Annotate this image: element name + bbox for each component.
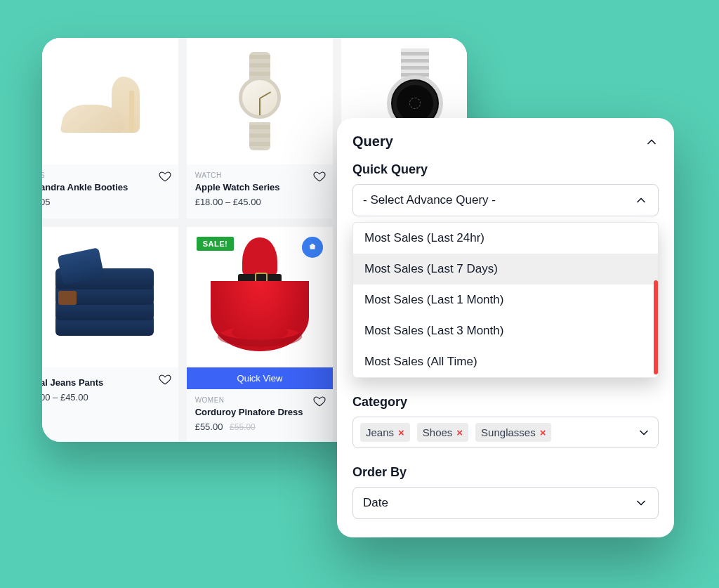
- chip-text: Jeans: [366, 426, 394, 438]
- jeans-illustration: [55, 251, 154, 343]
- category-chip[interactable]: Shoes ×: [417, 423, 468, 442]
- product-card[interactable]: al Jeans Pants 00 – £45.00: [42, 227, 178, 442]
- chevron-down-icon[interactable]: [637, 426, 651, 440]
- product-card[interactable]: SALE! Quick View WOMEN Corduroy Pinafore…: [187, 227, 334, 442]
- dropdown-option[interactable]: Most Sales (Last 24hr): [353, 223, 658, 254]
- product-title: Corduroy Pinafore Dress: [195, 407, 325, 417]
- chip-text: Shoes: [423, 426, 453, 438]
- product-price: 00 – £45.00: [42, 392, 170, 403]
- product-card[interactable]: S andra Ankle Booties 05: [42, 38, 178, 218]
- query-panel-header[interactable]: Query: [352, 133, 659, 150]
- heart-icon[interactable]: [159, 170, 171, 185]
- product-price: £55.00 £55.00: [195, 422, 325, 432]
- chevron-up-icon[interactable]: [645, 135, 659, 149]
- quick-query-dropdown: Most Sales (Last 24hr) Most Sales (Last …: [352, 222, 659, 378]
- heel-illustration: [62, 70, 147, 133]
- quick-query-select[interactable]: - Select Advance Query -: [352, 184, 659, 216]
- orderby-label: Order By: [352, 465, 659, 480]
- product-price: £18.00 – £45.00: [195, 197, 325, 207]
- product-category: S: [42, 171, 170, 179]
- query-panel: Query Quick Query - Select Advance Query…: [337, 118, 674, 537]
- dress-illustration: [214, 237, 305, 357]
- heart-icon[interactable]: [313, 395, 326, 410]
- category-label: Category: [352, 395, 659, 410]
- chevron-up-icon: [634, 193, 648, 207]
- quick-query-value: - Select Advance Query -: [363, 193, 496, 207]
- category-chip[interactable]: Jeans ×: [360, 423, 410, 442]
- query-panel-title: Query: [352, 133, 393, 150]
- remove-icon[interactable]: ×: [540, 426, 546, 438]
- quick-query-label: Quick Query: [352, 162, 659, 177]
- quick-view-button[interactable]: Quick View: [187, 367, 334, 389]
- product-category: WOMEN: [195, 396, 325, 404]
- product-title: andra Ankle Booties: [42, 182, 170, 192]
- dropdown-option[interactable]: Most Sales (Last 7 Days): [353, 254, 658, 285]
- orderby-value: Date: [363, 496, 388, 510]
- heart-icon[interactable]: [313, 170, 326, 185]
- price-value: £55.00: [195, 422, 223, 432]
- category-select[interactable]: Jeans × Shoes × Sunglasses ×: [352, 417, 659, 448]
- watch-illustration: [232, 52, 288, 150]
- dropdown-option[interactable]: Most Sales (Last 3 Month): [353, 315, 658, 346]
- dropdown-option[interactable]: Most Sales (All Time): [353, 346, 658, 377]
- product-image: [187, 38, 334, 164]
- price-strike: £55.00: [230, 422, 256, 432]
- product-title: Apple Watch Series: [195, 182, 325, 192]
- remove-icon[interactable]: ×: [398, 426, 404, 438]
- product-image: [42, 227, 178, 367]
- heart-icon[interactable]: [159, 373, 171, 388]
- product-image: [42, 38, 178, 164]
- remove-icon[interactable]: ×: [456, 426, 463, 438]
- chip-text: Sunglasses: [481, 426, 536, 438]
- category-chip[interactable]: Sunglasses ×: [475, 423, 551, 442]
- dropdown-option[interactable]: Most Sales (Last 1 Month): [353, 285, 658, 315]
- product-category: WATCH: [195, 171, 325, 179]
- scrollbar-thumb[interactable]: [654, 280, 658, 374]
- product-price: 05: [42, 197, 170, 207]
- product-title: al Jeans Pants: [42, 377, 170, 388]
- orderby-select[interactable]: Date: [352, 487, 659, 519]
- product-image: SALE!: [187, 227, 334, 367]
- product-card[interactable]: WATCH Apple Watch Series £18.00 – £45.00: [187, 38, 334, 218]
- chevron-down-icon: [634, 496, 648, 510]
